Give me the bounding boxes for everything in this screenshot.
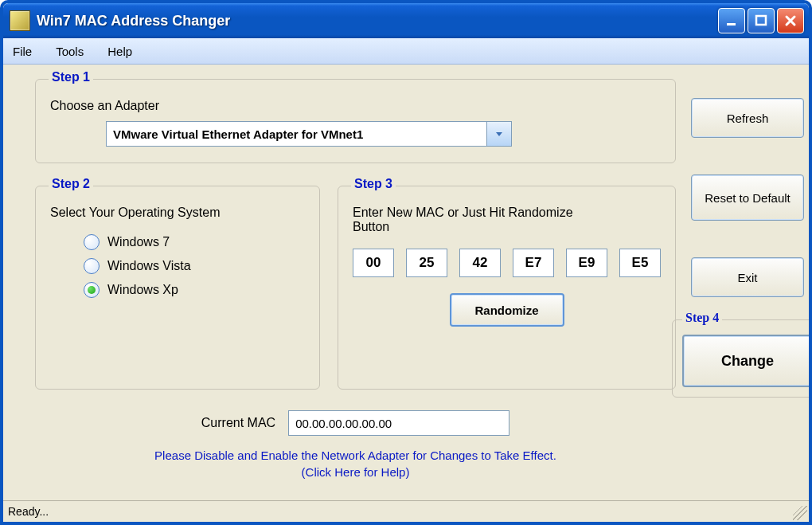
radio-windows-vista[interactable]: Windows Vista xyxy=(84,258,305,274)
menu-help[interactable]: Help xyxy=(107,45,132,58)
step3-title: Step 3 xyxy=(351,177,396,191)
status-text: Ready... xyxy=(8,505,49,518)
step1-label: Choose an Adapter xyxy=(50,99,661,113)
radio-icon xyxy=(84,258,100,274)
statusbar: Ready... xyxy=(3,500,809,522)
step1-group: Step 1 Choose an Adapter VMware Virtual … xyxy=(35,79,676,163)
change-button[interactable]: Change xyxy=(682,335,812,387)
svg-rect-1 xyxy=(756,16,766,25)
mac-octet-6[interactable]: E5 xyxy=(619,249,661,277)
close-button[interactable] xyxy=(777,8,804,33)
step2-title: Step 2 xyxy=(49,177,93,191)
radio-label: Windows 7 xyxy=(107,235,170,249)
mac-octet-3[interactable]: 42 xyxy=(459,249,501,277)
radio-icon xyxy=(84,282,100,298)
close-icon xyxy=(783,14,798,28)
chevron-down-icon xyxy=(494,128,505,139)
hint-line1: Please Disable and Enable the Network Ad… xyxy=(154,449,556,462)
mac-octet-5[interactable]: E9 xyxy=(566,249,607,277)
radio-windows-xp[interactable]: Windows Xp xyxy=(84,282,305,298)
adapter-selected: VMware Virtual Ethernet Adapter for VMne… xyxy=(106,121,486,147)
mac-octet-1[interactable]: 00 xyxy=(353,249,394,277)
radio-label: Windows Vista xyxy=(107,259,191,273)
exit-button[interactable]: Exit xyxy=(691,257,804,297)
refresh-button[interactable]: Refresh xyxy=(691,98,804,138)
step4-group: Step 4 Change xyxy=(672,319,812,398)
svg-rect-0 xyxy=(727,23,736,25)
radio-icon xyxy=(84,234,100,250)
current-mac-label: Current MAC xyxy=(201,416,275,430)
minimize-button[interactable] xyxy=(718,8,745,33)
step3-label: Enter New MAC or Just Hit Randomize Butt… xyxy=(353,206,576,234)
menu-tools[interactable]: Tools xyxy=(56,45,84,58)
mac-octet-4[interactable]: E7 xyxy=(513,249,554,277)
maximize-icon xyxy=(754,14,768,28)
radio-label: Windows Xp xyxy=(107,283,178,297)
minimize-icon xyxy=(724,14,739,28)
mac-octet-2[interactable]: 25 xyxy=(406,249,447,277)
current-mac-value: 00.00.00.00.00.00 xyxy=(288,410,509,436)
step1-title: Step 1 xyxy=(49,70,93,84)
reset-default-button[interactable]: Reset to Default xyxy=(691,174,804,221)
hint-line2: (Click Here for Help) xyxy=(302,465,410,479)
step4-title: Step 4 xyxy=(682,311,722,325)
maximize-button[interactable] xyxy=(748,8,775,33)
resize-grip-icon[interactable] xyxy=(793,506,807,520)
titlebar: Win7 MAC Address Changer xyxy=(3,3,809,38)
menubar: File Tools Help xyxy=(3,38,809,65)
step2-group: Step 2 Select Your Operating System Wind… xyxy=(35,186,320,390)
help-hint[interactable]: Please Disable and Enable the Network Ad… xyxy=(35,447,676,480)
menu-file[interactable]: File xyxy=(13,45,32,58)
step2-label: Select Your Operating System xyxy=(50,206,305,220)
app-window: Win7 MAC Address Changer File Tools Help… xyxy=(0,0,812,525)
randomize-button[interactable]: Randomize xyxy=(450,293,564,327)
adapter-dropdown-button[interactable] xyxy=(486,121,512,147)
app-icon xyxy=(10,10,30,31)
radio-windows7[interactable]: Windows 7 xyxy=(84,234,305,250)
step3-group: Step 3 Enter New MAC or Just Hit Randomi… xyxy=(338,186,676,390)
window-title: Win7 MAC Address Changer xyxy=(37,13,718,29)
adapter-combo[interactable]: VMware Virtual Ethernet Adapter for VMne… xyxy=(106,121,512,147)
